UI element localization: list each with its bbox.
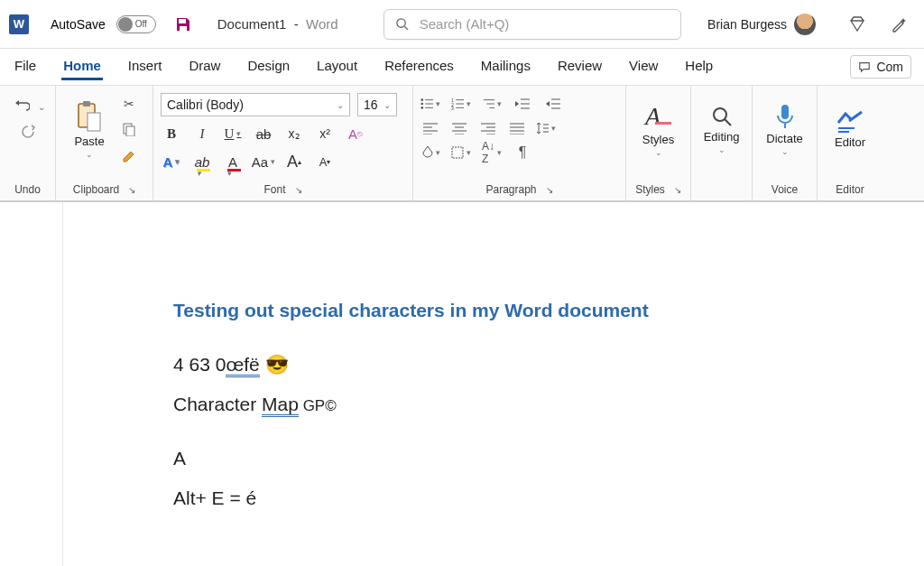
font-name-select[interactable]: Calibri (Body)⌄ [161,93,350,116]
align-center-button[interactable] [449,119,469,137]
sort-button[interactable]: A↓Z [482,144,502,162]
superscript-button[interactable]: x² [314,123,336,144]
editor-button[interactable]: Editor [825,91,875,167]
avatar [794,14,816,35]
undo-icon[interactable] [11,97,31,116]
svg-point-11 [420,103,423,106]
diamond-icon[interactable] [848,15,866,33]
clipboard-icon [75,100,104,133]
decrease-indent-button[interactable] [513,95,532,113]
ribbon: ⌄ Undo Paste ⌄ ✂ Clipboard↘ [0,85,924,202]
tab-mailings[interactable]: Mailings [479,54,532,80]
underline-button[interactable]: U [222,123,244,144]
doc-line-3: A [173,448,924,469]
tab-insert[interactable]: Insert [126,54,164,80]
shading-button[interactable] [420,144,440,162]
svg-rect-52 [781,105,789,119]
align-left-button[interactable] [420,119,440,137]
search-placeholder: Search (Alt+Q) [420,16,510,32]
redo-icon[interactable] [18,122,38,142]
bold-button[interactable]: B [161,123,182,144]
search-icon [395,17,409,31]
save-icon[interactable] [174,15,192,33]
styles-dialog-icon[interactable]: ↘ [674,185,681,195]
increase-indent-button[interactable] [543,95,563,113]
pen-sparkle-icon[interactable] [890,15,908,33]
tab-references[interactable]: References [383,54,456,80]
styles-group-label: Styles [635,183,665,196]
svg-rect-8 [126,126,134,136]
user-account[interactable]: Brian Burgess [707,14,816,35]
font-size-select[interactable]: 16⌄ [357,93,397,116]
editor-icon [836,110,864,134]
dictate-button[interactable]: Dictate⌄ [760,91,809,167]
tab-draw[interactable]: Draw [187,54,222,80]
font-group-label: Font [263,183,285,196]
editing-button[interactable]: Editing⌄ [698,91,744,167]
doc-line-2: Character Map GP© [173,394,924,415]
clear-format-button[interactable]: A⦸ [345,123,366,144]
format-painter-icon[interactable] [119,144,139,164]
word-app-icon: W [9,14,29,34]
voice-group-label: Voice [760,181,809,199]
show-marks-button[interactable]: ¶ [513,144,532,162]
tab-file[interactable]: File [13,54,38,80]
bullets-button[interactable] [420,95,440,113]
svg-point-9 [420,98,423,101]
tab-layout[interactable]: Layout [315,54,359,80]
search-input[interactable]: Search (Alt+Q) [383,9,681,40]
font-dialog-icon[interactable]: ↘ [295,185,302,195]
doc-heading: Testing out special characters in my Wor… [173,300,924,321]
svg-point-50 [714,108,726,121]
clipboard-dialog-icon[interactable]: ↘ [128,185,135,195]
svg-rect-1 [180,26,187,31]
document-page[interactable]: Testing out special characters in my Wor… [63,202,924,566]
svg-rect-5 [83,101,90,107]
highlight-button[interactable]: ab [191,151,213,172]
autosave-toggle[interactable]: Off [116,15,156,33]
ribbon-tabs: File Home Insert Draw Design Layout Refe… [0,49,924,85]
borders-button[interactable] [451,144,471,162]
svg-rect-49 [452,147,463,158]
paragraph-dialog-icon[interactable]: ↘ [546,185,553,195]
undo-group-label: Undo [7,181,48,199]
align-right-button[interactable] [478,119,498,137]
tab-view[interactable]: View [627,54,660,80]
shrink-font-button[interactable]: A▾ [314,151,336,172]
text-effects-button[interactable]: A [161,151,182,172]
styles-button[interactable]: A Styles⌄ [633,91,683,167]
tab-home[interactable]: Home [61,54,103,80]
justify-button[interactable] [507,119,527,137]
svg-point-2 [397,19,405,27]
comments-button[interactable]: Com [850,55,911,79]
svg-text:3: 3 [451,106,454,110]
tab-design[interactable]: Design [245,54,291,80]
svg-rect-0 [179,19,186,23]
styles-icon: A [645,102,671,131]
change-case-button[interactable]: Aa [253,151,274,172]
document-title: Document1 - Word [217,16,338,32]
svg-point-13 [420,107,423,109]
multilevel-button[interactable] [482,95,502,113]
copy-icon[interactable] [119,119,139,139]
tab-review[interactable]: Review [556,54,604,80]
subscript-button[interactable]: x₂ [283,123,305,144]
editor-group-label: Editor [825,181,875,199]
document-area: Testing out special characters in my Wor… [0,202,924,566]
autosave-label: AutoSave [51,17,106,32]
clipboard-group-label: Clipboard [73,183,119,196]
italic-button[interactable]: I [191,123,213,144]
grow-font-button[interactable]: A▴ [283,151,305,172]
microphone-icon [774,103,796,130]
line-spacing-button[interactable] [536,119,556,137]
cut-icon[interactable]: ✂ [119,94,139,114]
page-gutter [0,202,63,566]
tab-help[interactable]: Help [683,54,715,80]
paste-button[interactable]: Paste ⌄ [63,91,116,167]
paragraph-group-label: Paragraph [485,183,536,196]
font-color-button[interactable]: A [222,151,244,172]
svg-line-51 [725,119,731,125]
svg-rect-6 [88,113,100,131]
numbering-button[interactable]: 123 [451,95,471,113]
strikethrough-button[interactable]: ab [253,123,274,144]
